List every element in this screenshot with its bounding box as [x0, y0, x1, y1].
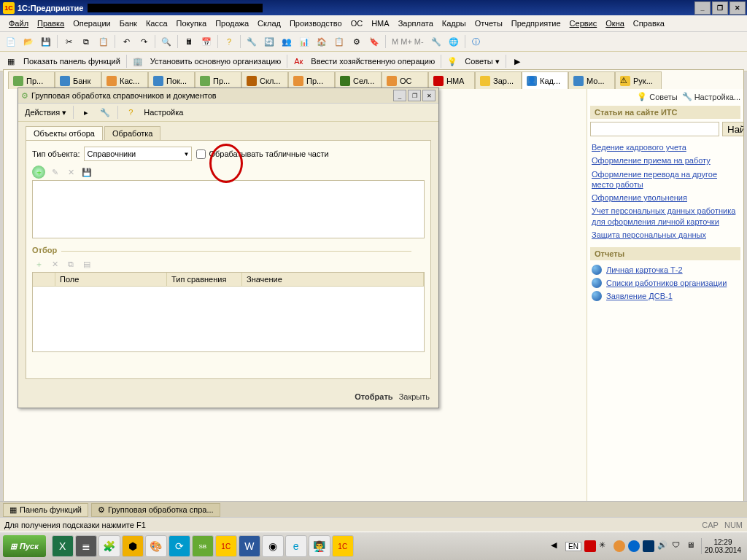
show-panel-button[interactable]: Показать панель функций [20, 57, 123, 66]
ql-excel-icon[interactable]: X [52, 535, 74, 557]
ql-chrome-icon[interactable]: ◉ [262, 535, 284, 557]
doctab-3[interactable]: Пок... [148, 71, 195, 89]
help-icon[interactable]: ? [221, 34, 237, 50]
ql-1c-icon[interactable]: 1C [215, 535, 237, 557]
paste-icon[interactable]: 📋 [96, 34, 112, 50]
calc-icon[interactable]: 🖩 [181, 34, 197, 50]
ql-word-icon[interactable]: W [239, 535, 260, 557]
tray-icon-1[interactable] [584, 540, 596, 552]
doctab-1[interactable]: Банк [55, 71, 101, 89]
its-search-input[interactable] [590, 122, 719, 136]
filter-add-icon[interactable]: ＋ [32, 257, 45, 271]
menu-help[interactable]: Справка [629, 17, 669, 30]
menu-production[interactable]: Производство [285, 17, 347, 30]
menu-purchase[interactable]: Покупка [172, 17, 212, 30]
tool2-icon[interactable]: 🔧 [428, 34, 444, 50]
its-link-4[interactable]: Учет персональных данных работника для о… [592, 206, 739, 227]
doctab-7[interactable]: Сел... [335, 71, 382, 89]
menu-reports[interactable]: Отчеты [471, 17, 507, 30]
report-link-2[interactable]: Заявление ДСВ-1 [606, 292, 673, 300]
ql-app4-icon[interactable]: 👨‍🏫 [309, 535, 330, 557]
its-link-1[interactable]: Оформление приема на работу [592, 155, 739, 166]
copy-icon[interactable]: ⧉ [78, 34, 94, 50]
taskbtn-dialog[interactable]: ⚙ Групповая обработка спра... [91, 503, 220, 517]
dlg-tool1-icon[interactable]: ▸ [78, 104, 94, 120]
process-tables-input[interactable] [196, 149, 206, 159]
menu-stock[interactable]: Склад [253, 17, 285, 30]
doctab-8[interactable]: ОС [382, 71, 428, 89]
ql-ie-icon[interactable]: e [285, 535, 307, 557]
menu-windows[interactable]: Окна [601, 17, 629, 30]
info-icon[interactable]: ⓘ [468, 34, 484, 50]
chart-icon[interactable]: 📊 [296, 34, 312, 50]
doctab-2[interactable]: Кас... [101, 71, 148, 89]
filter-del-icon[interactable]: ✕ [48, 257, 61, 271]
ql-sb-icon[interactable]: SB [192, 535, 214, 557]
settings-link[interactable]: 🔧 Настройка... [682, 92, 740, 101]
select-button[interactable]: Отобрать [355, 392, 392, 401]
bulb-icon[interactable]: 💡 [444, 53, 460, 69]
menu-salary[interactable]: Зарплата [394, 17, 438, 30]
cut-icon[interactable]: ✂ [61, 34, 77, 50]
taskbtn-panel[interactable]: ▦ Панель функций [3, 503, 88, 517]
panel-icon[interactable]: ▦ [3, 53, 19, 69]
dlg-help-icon[interactable]: ? [123, 104, 139, 120]
process-tables-checkbox[interactable]: Обрабатывать табличные части [196, 149, 328, 159]
col-compare[interactable]: Тип сравнения [167, 273, 242, 286]
tool-icon[interactable]: 🔧 [244, 34, 260, 50]
dialog-minimize-button[interactable]: _ [393, 90, 406, 101]
doctab-0[interactable]: Пр... [8, 71, 55, 89]
enter-op-button[interactable]: Ввести хозяйственную операцию [308, 57, 438, 66]
save-icon[interactable]: 💾 [38, 34, 54, 50]
menu-file[interactable]: Файл [4, 17, 33, 30]
find-icon[interactable]: 🔍 [158, 34, 174, 50]
dlg-tool2-icon[interactable]: 🔧 [97, 104, 113, 120]
dlg-settings-button[interactable]: Настройка [142, 107, 185, 117]
ql-paint-icon[interactable]: 🎨 [145, 535, 167, 557]
dialog-close-button[interactable]: ✕ [422, 90, 436, 101]
dialog-titlebar[interactable]: ⚙ Групповая обработка справочников и док… [18, 88, 438, 104]
list-icon[interactable]: 📋 [331, 34, 347, 50]
tray-icon-6[interactable]: 🛡 [672, 540, 684, 552]
menu-nma[interactable]: НМА [367, 17, 393, 30]
org-icon[interactable]: 🏢 [130, 53, 146, 69]
people-icon[interactable]: 👥 [279, 34, 295, 50]
undo-icon[interactable]: ↶ [118, 34, 134, 50]
tray-volume-icon[interactable]: 🔊 [657, 540, 669, 552]
refresh-icon[interactable]: 🔄 [261, 34, 277, 50]
report-link-1[interactable]: Списки работников организации [606, 279, 727, 287]
ql-app1-icon[interactable]: ≣ [75, 535, 97, 557]
advice-button[interactable]: Советы ▾ [462, 57, 502, 66]
col-value[interactable]: Значение [242, 273, 424, 286]
its-link-2[interactable]: Оформление перевода на другое место рабо… [592, 169, 739, 190]
tab-processing[interactable]: Обработка [104, 126, 160, 140]
doctab-11[interactable]: 👤Кад... [522, 71, 568, 89]
clock[interactable]: 12:2920.03.2014 [701, 538, 744, 554]
ql-tv-icon[interactable]: ⟳ [169, 535, 190, 557]
play-icon[interactable]: ▶ [509, 53, 525, 69]
home-icon[interactable]: 🏠 [314, 34, 330, 50]
filter-grid[interactable]: Поле Тип сравнения Значение [32, 272, 425, 352]
doctab-13[interactable]: ⚠Рук... [615, 71, 662, 89]
close-button[interactable]: ✕ [729, 1, 746, 15]
language-indicator[interactable]: EN [565, 542, 581, 551]
new-icon[interactable]: 📄 [3, 34, 19, 50]
gear-icon[interactable]: ⚙ [349, 34, 365, 50]
menu-enterprise[interactable]: Предприятие [507, 17, 565, 30]
tray-icon-7[interactable]: 🖥 [686, 540, 698, 552]
tray-icon-2[interactable]: ✳ [599, 540, 611, 552]
menu-bank[interactable]: Банк [115, 17, 142, 30]
delete-icon[interactable]: ✕ [64, 166, 77, 179]
tray-icon-3[interactable] [614, 540, 625, 552]
its-find-button[interactable]: Найти [722, 122, 743, 136]
bookmark-icon[interactable]: 🔖 [366, 34, 382, 50]
doctab-9[interactable]: НМА [428, 71, 475, 89]
ql-app3-icon[interactable]: ⬢ [122, 535, 144, 557]
doctab-4[interactable]: Пр... [195, 71, 241, 89]
doctab-10[interactable]: Зар... [475, 71, 522, 89]
menu-cash[interactable]: Касса [142, 17, 172, 30]
maximize-button[interactable]: ❐ [712, 1, 728, 15]
ql-1c2-icon[interactable]: 1C [332, 535, 354, 557]
actions-dropdown[interactable]: Действия ▾ [23, 107, 69, 118]
add-icon[interactable]: ＋ [32, 166, 45, 179]
